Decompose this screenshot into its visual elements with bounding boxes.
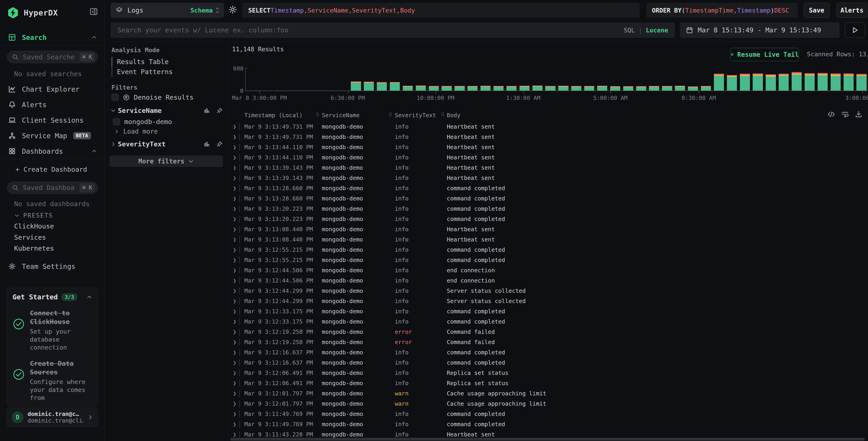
expand-row-chevron-icon[interactable]: ❯ xyxy=(233,421,237,428)
expand-row-chevron-icon[interactable]: ❯ xyxy=(233,236,237,243)
expand-row-chevron-icon[interactable]: ❯ xyxy=(233,390,237,397)
alerts-button[interactable]: Alerts xyxy=(837,3,867,18)
sql-mode-option[interactable]: SQL xyxy=(624,27,635,34)
lucene-mode-option[interactable]: Lucene xyxy=(646,27,668,34)
histogram-bin[interactable] xyxy=(453,68,466,90)
sidebar-item-dashboards[interactable]: Dashboards xyxy=(0,145,105,157)
log-row[interactable]: ❯Mar 9 3:13:44.110 PMmongodb-demoinfoHea… xyxy=(230,142,868,152)
histogram-bin[interactable] xyxy=(816,68,829,90)
histogram-bin[interactable] xyxy=(389,68,401,90)
log-row[interactable]: ❯Mar 9 3:12:16.637 PMmongodb-demoinfocom… xyxy=(230,347,868,357)
log-row[interactable]: ❯Mar 9 3:12:01.797 PMmongodb-demowarnCac… xyxy=(230,388,868,399)
expand-row-chevron-icon[interactable]: ❯ xyxy=(233,298,237,304)
resume-live-tail-button[interactable]: Resume Live Tail xyxy=(730,48,799,61)
col-servicename[interactable]: ServiceName xyxy=(322,112,360,119)
histogram-bin[interactable] xyxy=(479,68,492,90)
event-search-input[interactable]: Search your events w/ Lucene ex. column:… xyxy=(111,22,675,38)
histogram-bin[interactable] xyxy=(700,68,713,90)
mode-event-patterns[interactable]: Event Patterns xyxy=(112,67,221,77)
sidebar-collapse-icon[interactable] xyxy=(89,7,98,16)
log-row[interactable]: ❯Mar 9 3:13:44.110 PMmongodb-demoinfoHea… xyxy=(230,152,868,163)
sidebar-item-service-map[interactable]: Service Map BETA xyxy=(0,129,105,142)
expand-row-chevron-icon[interactable]: ❯ xyxy=(233,267,237,274)
denoise-checkbox[interactable] xyxy=(112,94,119,101)
log-row[interactable]: ❯Mar 9 3:12:55.215 PMmongodb-demoinfocom… xyxy=(230,255,868,265)
histogram-bin[interactable] xyxy=(310,68,323,90)
histogram-bin[interactable] xyxy=(375,68,389,90)
log-row[interactable]: ❯Mar 9 3:13:49.731 PMmongodb-demoinfoHea… xyxy=(230,121,868,132)
log-row[interactable]: ❯Mar 9 3:13:20.223 PMmongodb-demoinfocom… xyxy=(230,214,868,224)
histogram-bin[interactable] xyxy=(518,68,531,90)
facet-severitytext[interactable]: SeverityText xyxy=(111,140,223,148)
histogram-bin[interactable] xyxy=(557,68,570,90)
schema-toggle[interactable]: Schema xyxy=(190,7,220,14)
log-row[interactable]: ❯Mar 9 3:13:49.731 PMmongodb-demoinfoHea… xyxy=(230,132,868,142)
histogram-bin[interactable] xyxy=(622,68,634,90)
chevron-up-icon[interactable] xyxy=(91,148,97,154)
col-severitytext[interactable]: SeverityText xyxy=(395,112,436,119)
histogram-bin[interactable] xyxy=(660,68,674,90)
expand-row-chevron-icon[interactable]: ❯ xyxy=(233,226,237,233)
histogram-bin[interactable] xyxy=(440,68,453,90)
histogram-bin[interactable] xyxy=(427,68,440,90)
expand-row-chevron-icon[interactable]: ❯ xyxy=(233,175,237,181)
expand-row-chevron-icon[interactable]: ❯ xyxy=(233,288,237,294)
expand-row-chevron-icon[interactable]: ❯ xyxy=(233,154,237,161)
presets-section-header[interactable]: PRESETS xyxy=(14,212,53,219)
sidebar-item-client-sessions[interactable]: Client Sessions xyxy=(0,114,105,126)
histogram-bin[interactable] xyxy=(466,68,479,90)
log-row[interactable]: ❯Mar 9 3:12:01.797 PMmongodb-demowarnCac… xyxy=(230,399,868,409)
log-row[interactable]: ❯Mar 9 3:13:28.660 PMmongodb-demoinfocom… xyxy=(230,194,868,204)
select-query-input[interactable]: SELECT Timestamp,ServiceName,SeverityTex… xyxy=(242,3,640,18)
sidebar-item-team-settings[interactable]: Team Settings xyxy=(0,260,105,273)
get-started-item-connect[interactable]: Connect to ClickHouse Set up your databa… xyxy=(12,309,92,351)
expand-row-chevron-icon[interactable]: ❯ xyxy=(233,339,237,346)
expand-row-chevron-icon[interactable]: ❯ xyxy=(233,370,237,376)
histogram-bin[interactable] xyxy=(855,68,868,90)
histogram-bin[interactable] xyxy=(285,68,298,90)
log-row[interactable]: ❯Mar 9 3:13:08.440 PMmongodb-demoinfoHea… xyxy=(230,234,868,245)
log-row[interactable]: ❯Mar 9 3:12:19.258 PMmongodb-demoerrorCo… xyxy=(230,327,868,337)
histogram-bin[interactable] xyxy=(363,68,375,90)
preset-item-clickhouse[interactable]: ClickHouse xyxy=(14,222,54,230)
drag-handle-icon[interactable]: ⠿ xyxy=(389,112,392,118)
histogram-bin[interactable] xyxy=(738,68,751,90)
histogram-bin[interactable] xyxy=(246,68,259,90)
expand-row-chevron-icon[interactable]: ❯ xyxy=(233,380,237,386)
histogram-bin[interactable] xyxy=(777,68,790,90)
histogram-bin[interactable] xyxy=(713,68,725,90)
facet-value-mongodb-demo[interactable]: mongodb-demo xyxy=(113,118,172,126)
histogram-bin[interactable] xyxy=(272,68,285,90)
log-row[interactable]: ❯Mar 9 3:12:16.637 PMmongodb-demoinfocom… xyxy=(230,357,868,368)
chart-icon[interactable] xyxy=(204,108,210,114)
histogram-bin[interactable] xyxy=(401,68,414,90)
histogram-bin[interactable] xyxy=(634,68,648,90)
expand-row-chevron-icon[interactable]: ❯ xyxy=(233,318,237,325)
histogram-bin[interactable] xyxy=(259,68,272,90)
get-started-item-sources[interactable]: Create Data Sources Configure where your… xyxy=(12,359,92,402)
chevron-up-icon[interactable] xyxy=(86,294,92,300)
histogram-bin[interactable] xyxy=(492,68,505,90)
log-row[interactable]: ❯Mar 9 3:12:06.491 PMmongodb-demoinfoRep… xyxy=(230,368,868,378)
log-row[interactable]: ❯Mar 9 3:13:28.660 PMmongodb-demoinfocom… xyxy=(230,183,868,194)
preset-item-services[interactable]: Services xyxy=(14,234,46,241)
histogram-bin[interactable] xyxy=(544,68,557,90)
log-row[interactable]: ❯Mar 9 3:13:08.440 PMmongodb-demoinfoHea… xyxy=(230,224,868,234)
expand-row-chevron-icon[interactable]: ❯ xyxy=(233,349,237,356)
source-select[interactable]: Logs Schema xyxy=(111,3,224,18)
expand-row-chevron-icon[interactable]: ❯ xyxy=(233,401,237,407)
chevron-up-icon[interactable] xyxy=(91,34,97,40)
histogram-bin[interactable] xyxy=(349,68,363,90)
drag-handle-icon[interactable]: ⠿ xyxy=(316,112,318,118)
expand-row-chevron-icon[interactable]: ❯ xyxy=(233,411,237,417)
histogram-bin[interactable] xyxy=(505,68,518,90)
expand-row-chevron-icon[interactable]: ❯ xyxy=(233,144,237,150)
expand-row-chevron-icon[interactable]: ❯ xyxy=(233,216,237,222)
histogram-bin[interactable] xyxy=(674,68,687,90)
sidebar-item-chart-explorer[interactable]: Chart Explorer xyxy=(0,83,105,95)
order-by-input[interactable]: ORDER BY (TimestampTime, Timestamp) DESC xyxy=(646,3,798,18)
create-dashboard-button[interactable]: + Create Dashboard xyxy=(0,163,105,176)
log-row[interactable]: ❯Mar 9 3:11:49.769 PMmongodb-demoinfocom… xyxy=(230,419,868,430)
expand-row-chevron-icon[interactable]: ❯ xyxy=(233,134,237,140)
histogram-bin[interactable] xyxy=(414,68,427,90)
